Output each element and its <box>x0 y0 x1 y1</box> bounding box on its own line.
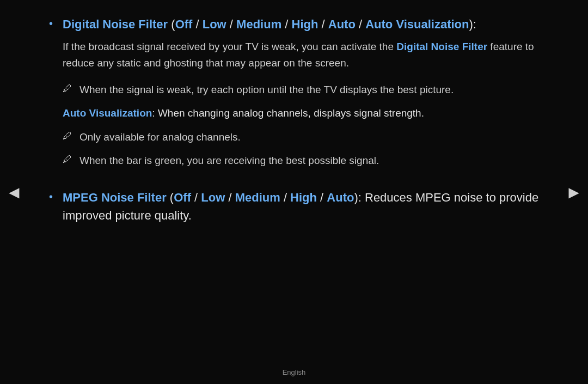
dnf-paren-close: ): <box>469 17 476 31</box>
dnf-low: Low <box>203 17 226 31</box>
dnf-auto: Auto <box>328 17 356 31</box>
dnf-high: High <box>292 17 318 31</box>
dnf-note-2-text: Only available for analog channels. <box>79 129 241 145</box>
dnf-note-3: 🖊 When the bar is green, you are receivi… <box>63 153 539 168</box>
dnf-auto-vis: Auto Visualization <box>365 17 469 31</box>
auto-vis-section: Auto Visualization: When changing analog… <box>63 105 539 121</box>
dnf-note-1: 🖊 When the signal is weak, try each opti… <box>63 82 539 97</box>
bullet-dot-1: • <box>49 17 53 30</box>
note-icon-1: 🖊 <box>63 83 72 94</box>
dnf-note-3-text: When the bar is green, you are receiving… <box>79 153 379 168</box>
dnf-sep5: / <box>356 17 365 31</box>
main-content: • Digital Noise Filter (Off / Low / Medi… <box>0 0 588 241</box>
mnf-label: MPEG Noise Filter <box>63 191 167 204</box>
mpeg-noise-filter-title: MPEG Noise Filter (Off / Low / Medium / … <box>63 188 539 224</box>
mnf-paren-close: ) <box>354 191 358 204</box>
bullet-content-1: Digital Noise Filter (Off / Low / Medium… <box>63 15 539 176</box>
note-icon-2: 🖊 <box>63 131 72 142</box>
mnf-low: Low <box>201 191 225 204</box>
mnf-sep4: / <box>317 191 327 204</box>
mnf-sep1: / <box>191 191 201 204</box>
mnf-sep2: / <box>225 191 235 204</box>
note-icon-3: 🖊 <box>63 154 72 165</box>
dnf-sep4: / <box>318 17 328 31</box>
dnf-off: Off <box>175 17 193 31</box>
auto-vis-label: Auto Visualization <box>63 107 152 119</box>
auto-vis-desc: : When changing analog channels, display… <box>152 107 424 119</box>
dnf-sep1: / <box>192 17 202 31</box>
dnf-medium: Medium <box>236 17 281 31</box>
dnf-label: Digital Noise Filter <box>63 17 168 31</box>
dnf-sep2: / <box>226 17 236 31</box>
dnf-sep3: / <box>281 17 291 31</box>
dnf-description: If the broadcast signal received by your… <box>63 39 539 72</box>
mnf-medium: Medium <box>235 191 280 204</box>
bullet-dot-2: • <box>49 191 53 203</box>
dnf-paren-open: ( <box>168 17 175 31</box>
footer-language: English <box>283 368 306 376</box>
mnf-sep3: / <box>280 191 290 204</box>
bullet-item-2: • MPEG Noise Filter (Off / Low / Medium … <box>49 188 539 230</box>
dnf-note-1-text: When the signal is weak, try each option… <box>79 82 454 97</box>
dnf-note-2: 🖊 Only available for analog channels. <box>63 129 539 145</box>
mnf-auto: Auto <box>327 191 354 204</box>
dnf-description-bold: Digital Noise Filter <box>396 41 487 52</box>
bullet-item-1: • Digital Noise Filter (Off / Low / Medi… <box>49 15 539 176</box>
bullet-content-2: MPEG Noise Filter (Off / Low / Medium / … <box>63 188 539 230</box>
mnf-off: Off <box>174 191 191 204</box>
digital-noise-filter-title: Digital Noise Filter (Off / Low / Medium… <box>63 15 539 33</box>
mnf-paren-open: ( <box>167 191 174 204</box>
mnf-high: High <box>290 191 317 204</box>
